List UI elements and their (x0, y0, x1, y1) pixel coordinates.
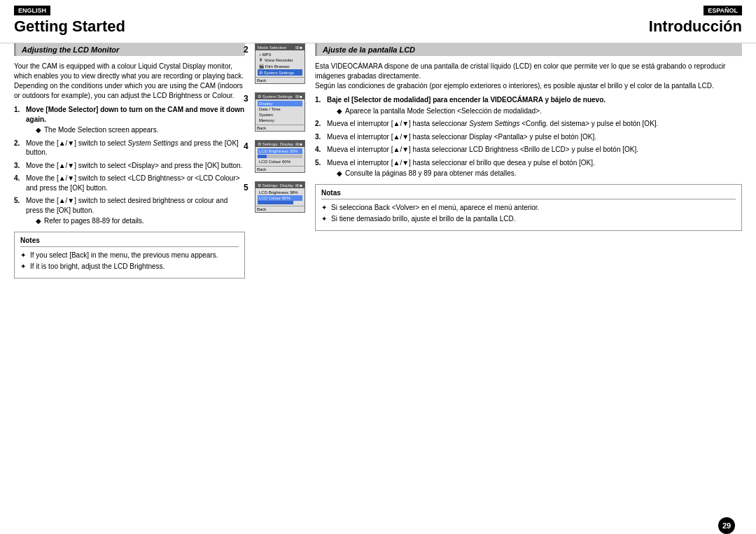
step-number: 4. (14, 174, 24, 192)
step-number: 1. (14, 105, 24, 135)
bullet-text: The Mode Selection screen appears. (44, 125, 158, 135)
screen-body: LCD Brightness 20% LCD Colour 60% (255, 147, 304, 166)
step-item: 5. Move the [▲/▼] switch to select desir… (14, 196, 245, 226)
step-item: 5. Mueva el interruptor [▲/▼] hasta sele… (315, 158, 742, 178)
espanol-column: Ajuste de la pantalla LCD Esta VIDEOCÁMA… (308, 43, 742, 514)
step-number: 3. (315, 132, 325, 142)
step-bullet: ◆ Consulte la páginas 88 y 89 para obten… (337, 169, 742, 178)
step-item: 4. Mueva el interruptor [▲/▼] hasta sele… (315, 145, 742, 155)
english-subtitle: Adjusting the LCD Monitor (14, 43, 245, 56)
screen-body: LCD Brightness 38% LCD Colour 80% (255, 188, 304, 206)
step-bullet: ◆ Refer to pages 88-89 for details. (36, 216, 245, 226)
espanol-badge: ESPAÑOL (704, 6, 742, 15)
bullet-text: Aparece la pantalla Mode Selection <Sele… (345, 106, 542, 116)
screen-header: ⚙ Settings: Display ⊞ ■ (255, 141, 304, 147)
step-number: 4. (315, 145, 325, 155)
screen-mockup-2: Mode Selection ⊞ ■ ♪ MP3 🎙 Voice Recorde… (255, 43, 305, 84)
page-number-area: 29 (0, 517, 756, 534)
note-item: ✦ Si selecciona Back <Volver> en el menú… (321, 203, 736, 213)
screen-menu-item: ♪ MP3 (258, 52, 302, 57)
screen-5: 5 ⚙ Settings: Display ⊞ ■ LCD Brightness… (255, 181, 305, 217)
espanol-intro: Esta VIDEOCÁMARA dispone de una pantalla… (315, 62, 742, 91)
step-content: Move [Mode Selector] down to turn on the… (26, 105, 245, 135)
screen-back: Back (255, 206, 304, 212)
screen-header: Mode Selection ⊞ ■ (255, 44, 304, 50)
step-item: 2. Mueva el interruptor [▲/▼] hasta sele… (315, 119, 742, 129)
note-text: If it is too bright, adjust the LCD Brig… (30, 262, 164, 272)
step-content: Mueva el interruptor [▲/▼] hasta selecci… (327, 132, 742, 142)
note-text: Si tiene demasiado brillo, ajuste el bri… (331, 214, 515, 224)
english-intro: Your the CAM is equipped with a colour L… (14, 62, 245, 101)
step-content: Mueva el interruptor [▲/▼] hasta selecci… (327, 119, 742, 129)
bullet-icon: ◆ (337, 169, 342, 178)
step-content: Baje el [Selector de modalidad] para enc… (327, 95, 742, 115)
screen-4: 4 ⚙ Settings: Display ⊞ ■ LCD Brightness… (255, 140, 305, 177)
step-number: 2. (14, 139, 24, 157)
screen-number-2: 2 (244, 45, 248, 55)
screen-number-4: 4 (244, 141, 248, 151)
page-number-badge: 29 (718, 517, 735, 534)
screen-menu-item-selected: ⚙ System Settings (258, 69, 302, 76)
screen-mockup-3: ⚙ System Settings ⊞ ■ Display Date / Tim… (255, 92, 305, 132)
headers-row: ENGLISH Getting Started ESPAÑOL Introduc… (0, 6, 756, 43)
colour-bar (258, 201, 293, 204)
english-notes-box: Notes ✦ If you select [Back] in the menu… (14, 232, 245, 279)
screen-icons: ⊞ ■ (295, 94, 302, 99)
espanol-notes-title: Notas (321, 189, 736, 199)
screen-menu-item: 🎙 Voice Recorder (258, 57, 302, 63)
progress-bar (258, 155, 302, 158)
screen-menu-item: System (258, 112, 302, 118)
screen-back: Back (255, 166, 304, 172)
screen-menu-item-highlighted: LCD Colour 80% (258, 195, 302, 201)
screen-back: Back (255, 125, 304, 131)
screen-body: Display Date / Time System Memory (255, 99, 304, 125)
screen-icons: ⊞ ■ (295, 141, 302, 146)
screen-mockup-4: ⚙ Settings: Display ⊞ ■ LCD Brightness 2… (255, 140, 305, 173)
espanol-title: Introducción (649, 17, 742, 36)
step-number: 3. (14, 161, 24, 171)
screen-body: ♪ MP3 🎙 Voice Recorder 🎬 Film Browser ⚙ … (255, 50, 304, 77)
note-bullet-icon: ✦ (20, 262, 27, 272)
step-content: Move the [▲/▼] switch to select <LCD Bri… (26, 174, 245, 192)
bullet-text: Consulte la páginas 88 y 89 para obtener… (345, 169, 517, 178)
note-item: ✦ If it is too bright, adjust the LCD Br… (20, 262, 239, 272)
screen-mockup-5: ⚙ Settings: Display ⊞ ■ LCD Brightness 3… (255, 181, 305, 213)
english-steps: 1. Move [Mode Selector] down to turn on … (14, 105, 245, 226)
step-content: Move the [▲/▼] switch to select System S… (26, 139, 245, 157)
english-notes-title: Notes (20, 237, 239, 247)
bullet-text: Refer to pages 88-89 for details. (44, 216, 144, 226)
step-number: 2. (315, 119, 325, 129)
note-bullet-icon: ✦ (321, 214, 328, 224)
screen-header: ⚙ System Settings ⊞ ■ (255, 93, 304, 99)
screen-icons: ⊞ ■ (295, 45, 302, 50)
bullet-icon: ◆ (36, 125, 41, 135)
screen-title: ⚙ System Settings (258, 94, 293, 99)
screen-title: ⚙ Settings: Display (258, 141, 293, 146)
screen-menu-item: LCD Colour 60% (258, 159, 302, 164)
note-text: Si selecciona Back <Volver> en el menú, … (331, 203, 539, 213)
espanol-header: ESPAÑOL Introducción (308, 6, 742, 40)
step-content: Mueva el interruptor [▲/▼] hasta selecci… (327, 145, 742, 155)
screen-header: ⚙ Settings: Display ⊞ ■ (255, 182, 304, 188)
step-number: 5. (315, 158, 325, 178)
screens-column: 2 Mode Selection ⊞ ■ ♪ MP3 🎙 Voice Recor… (252, 43, 308, 514)
screen-2: 2 Mode Selection ⊞ ■ ♪ MP3 🎙 Voice Recor… (255, 43, 305, 88)
screen-menu-item: LCD Brightness 38% (258, 190, 302, 195)
screen-menu-item: Date / Time (258, 106, 302, 112)
note-item: ✦ Si tiene demasiado brillo, ajuste el b… (321, 214, 736, 224)
espanol-subtitle: Ajuste de la pantalla LCD (315, 43, 742, 56)
espanol-steps: 1. Baje el [Selector de modalidad] para … (315, 95, 742, 178)
english-header: ENGLISH Getting Started (14, 6, 252, 40)
note-bullet-icon: ✦ (321, 203, 328, 213)
page: ENGLISH Getting Started ESPAÑOL Introduc… (0, 0, 756, 534)
espanol-notes-box: Notas ✦ Si selecciona Back <Volver> en e… (315, 184, 742, 231)
progress-fill (258, 155, 267, 158)
step-bullet: ◆ The Mode Selection screen appears. (36, 125, 245, 135)
step-content: Move the [▲/▼] switch to select <Display… (26, 161, 245, 171)
step-item: 3. Move the [▲/▼] switch to select <Disp… (14, 161, 245, 171)
screen-title: Mode Selection (258, 45, 286, 50)
step-item: 1. Baje el [Selector de modalidad] para … (315, 95, 742, 115)
step-item: 3. Mueva el interruptor [▲/▼] hasta sele… (315, 132, 742, 142)
english-column: Adjusting the LCD Monitor Your the CAM i… (14, 43, 252, 514)
screen-menu-item-highlighted: Display (258, 101, 302, 106)
